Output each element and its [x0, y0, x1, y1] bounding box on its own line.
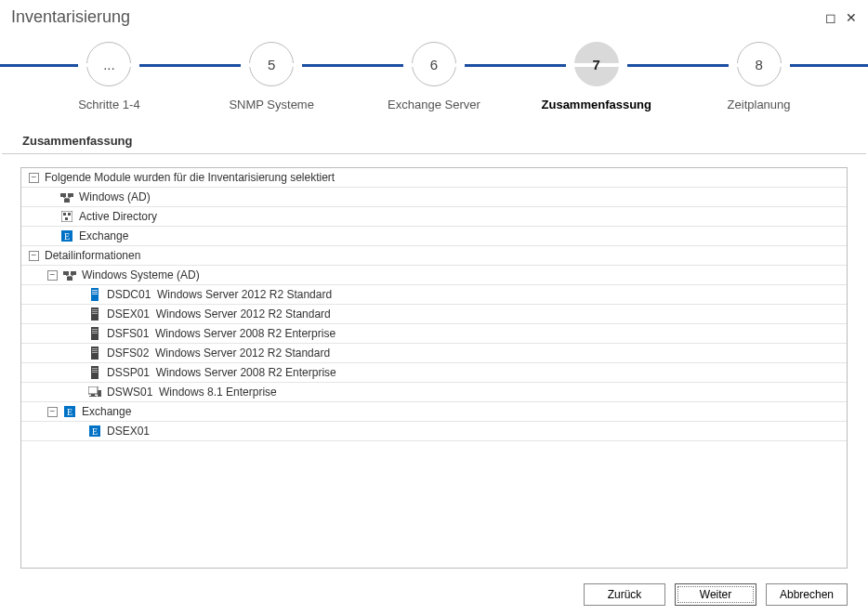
- svg-rect-27: [92, 333, 98, 334]
- exchange-icon: E: [60, 229, 73, 242]
- back-button[interactable]: Zurück: [584, 583, 665, 606]
- svg-rect-33: [92, 368, 98, 369]
- svg-rect-31: [92, 352, 98, 353]
- svg-rect-35: [92, 372, 98, 373]
- svg-rect-5: [61, 211, 72, 222]
- svg-rect-26: [92, 331, 98, 332]
- step-badge: ...: [86, 42, 131, 86]
- tree-item-module[interactable]: Windows (AD): [21, 188, 847, 207]
- svg-rect-2: [64, 199, 70, 203]
- svg-rect-29: [92, 348, 98, 349]
- step-badge: 7: [574, 42, 619, 86]
- step-label: Exchange Server: [364, 98, 504, 111]
- svg-line-4: [67, 197, 71, 199]
- svg-rect-1: [68, 193, 73, 197]
- wizard-step-2[interactable]: 6: [364, 42, 504, 86]
- collapse-icon[interactable]: −: [47, 270, 58, 281]
- wizard-step-4[interactable]: 8: [690, 42, 829, 86]
- tree-item-system[interactable]: DSDC01 Windows Server 2012 R2 Standard: [21, 285, 847, 305]
- collapse-icon[interactable]: −: [29, 173, 39, 183]
- windows-ad-icon: [60, 190, 73, 203]
- window-controls: ◻ ✕: [825, 10, 857, 25]
- server-blue-icon: [88, 288, 101, 301]
- wizard-step-3[interactable]: 7: [527, 42, 666, 86]
- cancel-button[interactable]: Abbrechen: [766, 583, 848, 606]
- tree-item-system[interactable]: DSSP01 Windows Server 2008 R2 Enterprise: [21, 363, 847, 383]
- server-icon: [88, 327, 101, 340]
- close-icon[interactable]: ✕: [846, 10, 857, 25]
- svg-rect-38: [89, 396, 97, 397]
- svg-rect-13: [67, 277, 72, 281]
- next-button[interactable]: Weiter: [675, 583, 756, 606]
- svg-rect-12: [71, 271, 76, 275]
- wizard-step-0[interactable]: ...: [39, 42, 178, 86]
- svg-text:E: E: [64, 231, 70, 242]
- tree-group-details[interactable]: − Detailinformationen: [21, 246, 847, 266]
- svg-line-14: [66, 275, 70, 277]
- step-label: Zusammenfassung: [527, 98, 666, 111]
- svg-rect-36: [88, 386, 98, 394]
- step-badge: 6: [412, 42, 456, 86]
- collapse-icon[interactable]: −: [47, 407, 58, 417]
- svg-rect-8: [65, 217, 68, 220]
- tree-item-module[interactable]: Active Directory: [21, 207, 847, 227]
- svg-text:E: E: [92, 426, 98, 437]
- svg-rect-7: [68, 213, 71, 216]
- svg-line-15: [70, 275, 73, 277]
- tree-group-modules[interactable]: − Folgende Module wurden für die Inventa…: [21, 168, 847, 188]
- svg-rect-21: [92, 309, 98, 310]
- window-title: Inventarisierung: [11, 7, 130, 27]
- section-title: Zusammenfassung: [2, 128, 866, 154]
- svg-line-3: [63, 197, 67, 199]
- tree-group-exchange[interactable]: − E Exchange: [21, 402, 847, 422]
- svg-rect-18: [92, 292, 98, 293]
- svg-rect-39: [98, 390, 101, 397]
- svg-text:E: E: [67, 407, 72, 417]
- svg-rect-17: [92, 290, 98, 291]
- tree-item-system[interactable]: DSFS02 Windows Server 2012 R2 Standard: [21, 344, 847, 363]
- step-label: Zeitplanung: [690, 98, 829, 111]
- collapse-icon[interactable]: −: [29, 251, 39, 261]
- summary-tree[interactable]: − Folgende Module wurden für die Inventa…: [20, 167, 848, 569]
- server-icon: [88, 308, 101, 321]
- server-icon: [88, 366, 101, 379]
- svg-rect-11: [63, 271, 69, 275]
- workstation-icon: [88, 386, 101, 399]
- svg-rect-19: [92, 294, 98, 294]
- tree-item-system[interactable]: DSFS01 Windows Server 2008 R2 Enterprise: [21, 324, 847, 344]
- svg-rect-22: [92, 311, 98, 312]
- svg-rect-23: [92, 313, 98, 314]
- step-badge: 8: [737, 42, 782, 86]
- step-badge: 5: [249, 42, 294, 86]
- tree-item-system[interactable]: DSWS01 Windows 8.1 Enterprise: [21, 383, 847, 402]
- svg-rect-37: [91, 394, 95, 396]
- tree-item-system[interactable]: DSEX01 Windows Server 2012 R2 Standard: [21, 305, 847, 324]
- exchange-icon: E: [88, 425, 101, 438]
- windows-ad-icon: [63, 268, 76, 281]
- tree-group-windows-systems[interactable]: − Windows Systeme (AD): [21, 266, 847, 285]
- svg-rect-6: [63, 213, 66, 216]
- maximize-icon[interactable]: ◻: [825, 10, 836, 25]
- wizard-footer: Zurück Weiter Abbrechen: [584, 583, 848, 606]
- svg-rect-25: [92, 329, 98, 330]
- step-label: Schritte 1-4: [39, 98, 178, 111]
- svg-rect-30: [92, 350, 98, 351]
- tree-item-module[interactable]: EExchange: [21, 227, 847, 246]
- svg-rect-0: [60, 193, 66, 197]
- step-label: SNMP Systeme: [202, 98, 341, 111]
- active-directory-icon: [60, 210, 73, 223]
- titlebar: Inventarisierung ◻ ✕: [0, 0, 868, 34]
- wizard-stepper: ...5678: [0, 42, 868, 88]
- svg-rect-34: [92, 370, 98, 371]
- tree-item-exchange-host[interactable]: EDSEX01: [21, 422, 847, 441]
- exchange-icon: E: [63, 405, 76, 418]
- wizard-step-1[interactable]: 5: [202, 42, 341, 86]
- server-icon: [88, 347, 101, 360]
